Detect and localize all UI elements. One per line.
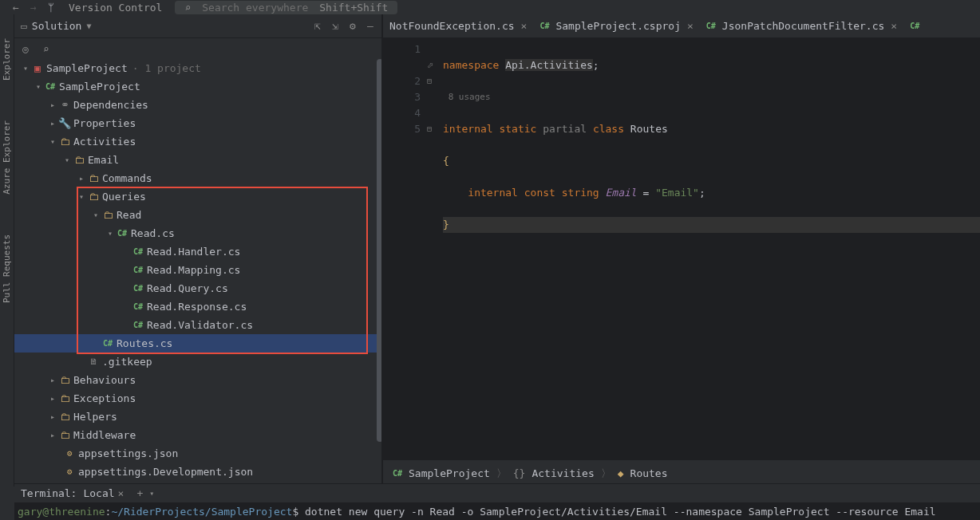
tree-folder-queries[interactable]: ▾ 🗀 Queries — [14, 187, 383, 206]
tree-folder-exceptions[interactable]: ▸ 🗀 Exceptions — [14, 389, 383, 408]
terminal-user: gary@threenine — [18, 506, 105, 518]
locate-icon[interactable]: ◎ — [22, 43, 29, 55]
json-icon: ⚙ — [62, 467, 77, 477]
nav-forward-icon[interactable]: → — [27, 2, 40, 14]
vcs-label[interactable]: Version Control — [69, 2, 162, 14]
cs-icon: C# — [131, 247, 145, 256]
tree-folder-read[interactable]: ▾ 🗀 Read — [14, 206, 383, 224]
cs-icon: C# — [131, 284, 145, 293]
add-icon[interactable]: + — [136, 487, 143, 499]
namespace-icon: {} — [513, 467, 526, 479]
tree-folder-behaviours[interactable]: ▸ 🗀 Behaviours — [14, 371, 383, 389]
gear-icon[interactable]: ⚙ — [346, 20, 359, 33]
nav-back-icon[interactable]: ← — [10, 2, 22, 14]
cs-icon: C# — [101, 339, 115, 348]
folder-icon: 🗀 — [57, 374, 72, 386]
csproj-icon: C# — [393, 469, 402, 478]
tab-label: NotFoundException.cs — [389, 20, 515, 32]
search-icon[interactable]: ⌕ — [43, 43, 49, 55]
close-icon[interactable]: × — [118, 487, 124, 499]
chevron-down-icon[interactable]: ▼ — [86, 22, 91, 30]
tree-file-routes[interactable]: C# Routes.cs — [14, 334, 383, 353]
expand-icon[interactable]: ⇲ — [329, 20, 342, 33]
chevron-down-icon[interactable]: ▾ — [149, 489, 154, 498]
csproj-icon: C# — [539, 22, 549, 30]
line-gutter: 12345 — [383, 38, 427, 459]
tree-folder-email[interactable]: ▾ 🗀 Email — [14, 151, 383, 169]
folder-icon: 🗀 — [72, 154, 86, 166]
breadcrumb-item[interactable]: Activities — [531, 467, 594, 479]
cs-icon: C# — [131, 302, 145, 311]
solution-title[interactable]: Solution — [32, 20, 82, 32]
tree-project[interactable]: ▾ C# SampleProject — [14, 77, 383, 96]
tree-file-appsettings-dev[interactable]: ⚙ appsettings.Development.json — [14, 463, 383, 481]
tree-dependencies[interactable]: ▸ ⚭ Dependencies — [14, 96, 383, 114]
class-icon: ◆ — [618, 467, 624, 479]
solution-icon: ▣ — [30, 62, 45, 74]
cs-icon: C# — [115, 229, 129, 238]
editor-tabs: NotFoundException.cs × C# SampleProject.… — [383, 14, 980, 38]
tree-file-read-query[interactable]: C# Read.Query.cs — [14, 279, 383, 297]
folder-icon: 🗀 — [57, 136, 72, 148]
rail-tab-pull-requests[interactable]: Pull Requests — [2, 234, 12, 303]
tree-folder-activities[interactable]: ▾ 🗀 Activities — [14, 132, 383, 151]
hide-icon[interactable]: — — [364, 20, 377, 33]
tree-file-read-response[interactable]: C# Read.Response.cs — [14, 297, 383, 316]
tab-label: SampleProject.csproj — [555, 20, 681, 32]
solution-search-row: ◎ ⌕ — [14, 38, 383, 59]
tree-file-appsettings[interactable]: ⚙ appsettings.json — [14, 444, 383, 463]
cs-icon: C# — [706, 22, 716, 30]
tree-file-read-cs[interactable]: ▾ C# Read.cs — [14, 224, 383, 242]
rail-tab-azure[interactable]: Azure Explorer — [2, 120, 12, 195]
tree-file-read-validator[interactable]: C# Read.Validator.cs — [14, 316, 383, 334]
editor-tab[interactable]: C# SampleProject.csproj × — [533, 14, 699, 38]
folder-icon: 🗀 — [57, 411, 72, 423]
vcs-branch-icon[interactable]: ᛘ — [45, 2, 57, 14]
editor-tab[interactable]: NotFoundException.cs × — [383, 14, 533, 38]
tree-properties[interactable]: ▸ 🔧 Properties — [14, 114, 383, 132]
folder-icon: 🗀 — [86, 172, 101, 184]
wrench-icon: 🔧 — [57, 117, 72, 129]
csproj-icon: C# — [43, 82, 57, 91]
tree-file-read-handler[interactable]: C# Read.Handler.cs — [14, 242, 383, 261]
solution-explorer-header: ▭ Solution ▼ ⇱ ⇲ ⚙ — — [14, 14, 383, 38]
terminal-tab[interactable]: Local × — [83, 487, 124, 499]
terminal-header: Terminal: Local × + ▾ — [14, 483, 980, 502]
tree-folder-middleware[interactable]: ▸ 🗀 Middleware — [14, 426, 383, 444]
search-everywhere[interactable]: ⌕ Search everywhere Shift+Shift — [175, 1, 397, 14]
tree-folder-commands[interactable]: ▸ 🗀 Commands — [14, 169, 383, 187]
terminal-label: Terminal: — [21, 487, 77, 499]
json-icon: ⚙ — [62, 448, 77, 459]
left-tool-rail: Explorer Azure Explorer Pull Requests — [0, 14, 14, 487]
close-icon[interactable]: × — [891, 20, 897, 32]
tab-label: JsonPatchDocumentFilter.cs — [722, 20, 885, 32]
folder-icon: 🗀 — [57, 392, 72, 404]
editor-breadcrumb: C# SampleProject 〉 {} Activities 〉 ◆ Rou… — [383, 459, 980, 487]
deps-icon: ⚭ — [57, 99, 72, 111]
collapse-icon[interactable]: ⇱ — [311, 20, 324, 33]
breadcrumb-item[interactable]: Routes — [630, 467, 668, 479]
fold-gutter[interactable]: ⬀⊟ ⊟ — [427, 38, 443, 459]
terminal-body[interactable]: gary@threenine:~/RiderProjects/SamplePro… — [14, 502, 980, 520]
folder-icon: 🗀 — [57, 429, 72, 441]
rail-tab-explorer[interactable]: Explorer — [2, 38, 12, 81]
close-icon[interactable]: × — [521, 20, 528, 32]
code-editor[interactable]: 12345 ⬀⊟ ⊟ namespace Api.Activities; 8 u… — [383, 38, 980, 459]
close-icon[interactable]: × — [687, 20, 694, 32]
tree-root[interactable]: ▾ ▣ SampleProject · 1 project — [14, 59, 383, 77]
tree-file-read-mapping[interactable]: C# Read.Mapping.cs — [14, 261, 383, 279]
cs-icon: C# — [131, 266, 145, 274]
chevron-right-icon: 〉 — [601, 467, 611, 481]
folder-icon: 🗀 — [101, 209, 115, 221]
folder-icon: 🗀 — [86, 191, 101, 203]
file-icon: 🗎 — [86, 357, 101, 367]
search-icon: ⌕ — [184, 2, 191, 14]
cs-icon: C# — [910, 22, 919, 30]
chevron-right-icon: 〉 — [496, 467, 507, 481]
breadcrumb-item[interactable]: SampleProject — [409, 467, 490, 479]
editor-tab[interactable]: C# JsonPatchDocumentFilter.cs × — [700, 14, 903, 38]
tree-folder-helpers[interactable]: ▸ 🗀 Helpers — [14, 408, 383, 426]
tree-file-gitkeep[interactable]: 🗎 .gitkeep — [14, 353, 383, 371]
code-area[interactable]: namespace Api.Activities; 8 usages inter… — [443, 38, 980, 459]
editor-tab-overflow[interactable]: C# — [903, 14, 926, 38]
